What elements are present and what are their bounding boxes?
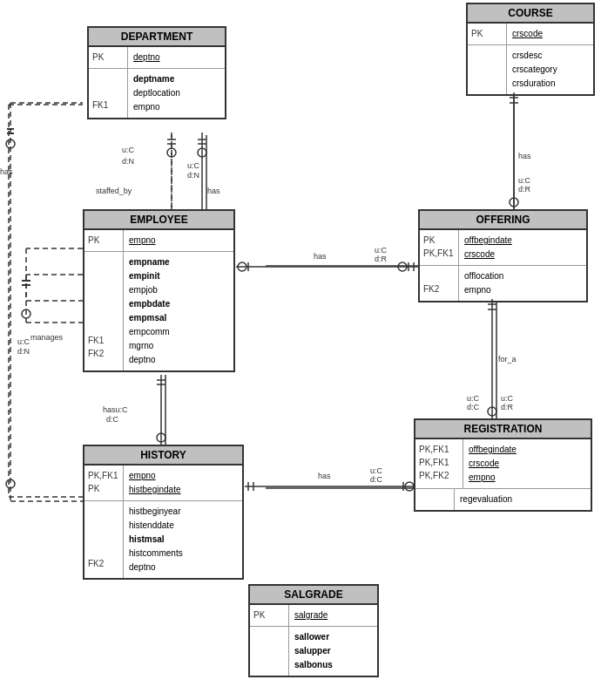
reg-pkfk1b-label: PK,FK1 bbox=[419, 456, 459, 469]
emp-empname: empname bbox=[129, 257, 170, 267]
hist-empno: empno bbox=[129, 471, 156, 480]
emp-empjob: empjob bbox=[129, 285, 158, 295]
svg-point-18 bbox=[198, 148, 206, 157]
off-pkfk1-label: PK,FK1 bbox=[423, 247, 455, 260]
svg-text:has: has bbox=[0, 167, 13, 176]
course-crscode: crscode bbox=[512, 29, 543, 38]
off-blank1 bbox=[423, 269, 455, 282]
sal-blank1 bbox=[253, 630, 285, 643]
hist-histcomments: histcomments bbox=[129, 548, 183, 558]
sal-salupper: salupper bbox=[294, 646, 331, 656]
dept-deptlocation: deptlocation bbox=[133, 88, 180, 98]
sal-sallower: sallower bbox=[294, 632, 329, 642]
svg-text:d:R: d:R bbox=[375, 255, 388, 263]
svg-point-28 bbox=[238, 262, 246, 271]
svg-text:u:C: u:C bbox=[467, 394, 480, 403]
entity-registration: REGISTRATION PK,FK1 PK,FK1 PK,FK2 offbeg… bbox=[414, 418, 592, 512]
emp-pk-field: empno bbox=[129, 235, 156, 245]
emp-blank1 bbox=[88, 255, 119, 268]
off-crscode: crscode bbox=[464, 249, 495, 259]
dept-pk-field: deptno bbox=[133, 52, 160, 62]
entity-history: HISTORY PK,FK1 PK empno histbegindate FK… bbox=[83, 445, 244, 580]
reg-blank1 bbox=[419, 493, 450, 506]
entity-employee-title: EMPLOYEE bbox=[84, 211, 233, 230]
svg-text:has: has bbox=[314, 252, 327, 261]
svg-point-32 bbox=[398, 262, 407, 271]
svg-text:hasu:C: hasu:C bbox=[103, 405, 128, 414]
off-offbegindate: offbegindate bbox=[464, 235, 512, 245]
reg-regevaluation: regevaluation bbox=[460, 494, 512, 504]
emp-blank2 bbox=[88, 268, 119, 282]
reg-pkfk1a-label: PK,FK1 bbox=[419, 443, 459, 456]
svg-text:u:C: u:C bbox=[501, 394, 514, 403]
emp-blank6 bbox=[88, 321, 119, 334]
svg-text:d:N: d:N bbox=[122, 157, 134, 166]
entity-registration-title: REGISTRATION bbox=[415, 420, 591, 439]
dept-fk1b-label bbox=[92, 85, 124, 99]
svg-text:d:R: d:R bbox=[518, 185, 531, 194]
reg-pkfk2-label: PK,FK2 bbox=[419, 469, 459, 482]
svg-text:for_a: for_a bbox=[498, 355, 517, 364]
svg-text:manages: manages bbox=[30, 333, 64, 342]
hist-histmsal: histmsal bbox=[129, 534, 165, 544]
emp-mgrno: mgrno bbox=[129, 341, 153, 350]
svg-text:d:N: d:N bbox=[187, 171, 199, 180]
dept-deptname: deptname bbox=[133, 74, 174, 84]
course-pk-label: PK bbox=[471, 27, 503, 40]
svg-text:has: has bbox=[518, 152, 531, 160]
svg-point-53 bbox=[510, 198, 518, 207]
course-blank3 bbox=[471, 75, 503, 88]
hist-pk2-label: PK bbox=[88, 482, 119, 495]
svg-point-71 bbox=[6, 139, 15, 148]
entity-salgrade: SALGRADE PK salgrade sallower salupper s… bbox=[248, 584, 379, 677]
svg-point-60 bbox=[488, 407, 496, 416]
entity-department: DEPARTMENT PK deptno FK1 deptname deptlo… bbox=[87, 26, 226, 119]
hist-blank4 bbox=[88, 544, 119, 557]
svg-point-45 bbox=[405, 482, 414, 491]
course-blank1 bbox=[471, 49, 503, 62]
svg-point-75 bbox=[6, 479, 15, 488]
svg-point-81 bbox=[22, 309, 30, 318]
svg-point-15 bbox=[167, 148, 176, 157]
svg-text:d:N: d:N bbox=[17, 347, 30, 356]
sal-salgrade: salgrade bbox=[294, 610, 328, 620]
hist-histenddate: histenddate bbox=[129, 520, 174, 530]
svg-text:u:C: u:C bbox=[187, 161, 200, 170]
emp-deptno: deptno bbox=[129, 355, 156, 364]
hist-blank1 bbox=[88, 505, 119, 518]
reg-empno: empno bbox=[469, 472, 496, 482]
hist-fk2-label: FK2 bbox=[88, 557, 119, 570]
svg-text:has: has bbox=[207, 187, 220, 195]
entity-course: COURSE PK crscode crsdesc crscategory cr… bbox=[466, 3, 595, 96]
reg-crscode: crscode bbox=[469, 459, 499, 468]
svg-text:d:R: d:R bbox=[501, 403, 514, 411]
entity-course-title: COURSE bbox=[468, 4, 593, 24]
svg-text:u:C: u:C bbox=[122, 146, 135, 154]
emp-pk-label: PK bbox=[88, 234, 119, 247]
emp-fk2-label: FK2 bbox=[88, 347, 119, 360]
dept-fk1-label bbox=[92, 72, 124, 85]
course-crsduration: crsduration bbox=[512, 78, 555, 88]
svg-point-39 bbox=[157, 433, 165, 442]
dept-pk-label: PK bbox=[92, 51, 124, 64]
svg-text:has: has bbox=[318, 472, 331, 480]
off-fk2-label: FK2 bbox=[423, 282, 455, 296]
svg-text:u:C: u:C bbox=[17, 337, 30, 346]
entity-employee: EMPLOYEE PK empno FK1 FK2 empna bbox=[83, 209, 235, 372]
course-crsdesc: crsdesc bbox=[512, 51, 542, 60]
emp-blank5 bbox=[88, 308, 119, 321]
emp-blank3 bbox=[88, 282, 119, 295]
hist-pk1-label: PK,FK1 bbox=[88, 469, 119, 482]
hist-histbegindate: histbegindate bbox=[129, 485, 181, 494]
svg-text:u:C: u:C bbox=[518, 176, 531, 185]
svg-text:u:C: u:C bbox=[370, 466, 383, 475]
entity-history-title: HISTORY bbox=[84, 446, 242, 466]
off-empno: empno bbox=[464, 285, 491, 295]
sal-salbonus: salbonus bbox=[294, 660, 333, 669]
off-pk-label: PK bbox=[423, 234, 455, 247]
course-blank2 bbox=[471, 62, 503, 75]
erd-diagram: DEPARTMENT PK deptno FK1 deptname deptlo… bbox=[0, 0, 601, 700]
sal-blank3 bbox=[253, 656, 285, 669]
emp-empinit: empinit bbox=[129, 271, 160, 281]
svg-text:staffed_by: staffed_by bbox=[96, 187, 132, 195]
